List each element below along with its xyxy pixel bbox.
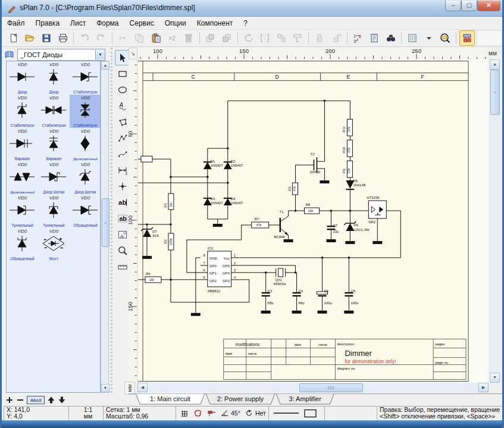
new-document-button[interactable]: [6, 30, 21, 46]
palette-empty-cell[interactable]: [70, 295, 101, 329]
palette-empty-cell[interactable]: [38, 361, 70, 393]
palette-empty-cell[interactable]: [38, 261, 70, 295]
menu-правка[interactable]: Правка: [30, 18, 65, 29]
scroll-left-icon[interactable]: ◀: [137, 383, 148, 392]
add-button[interactable]: [5, 396, 14, 404]
grid-toggle-icon[interactable]: [180, 409, 189, 418]
redo-button[interactable]: [93, 30, 109, 46]
scroll-down-icon[interactable]: ▼: [490, 373, 500, 383]
tab-2-power-supply[interactable]: 2: Power supply: [206, 393, 275, 404]
scroll-up-icon[interactable]: ▲: [490, 60, 500, 70]
maximize-button[interactable]: ▢: [461, 1, 477, 11]
lock-button[interactable]: [312, 30, 327, 46]
chevron-down-icon[interactable]: ▼: [95, 50, 105, 60]
palette-item-vu[interactable]: VD0Варикап: [38, 128, 70, 162]
grid-settings-button[interactable]: [405, 30, 420, 46]
palette-item-bdh[interactable]: VD0Двунаправленный: [7, 161, 39, 195]
vertical-scrollbar[interactable]: ▲ ▼ ≡: [490, 60, 500, 383]
palette-empty-cell[interactable]: [70, 328, 101, 362]
freehand-shape-icon[interactable]: [193, 409, 202, 418]
palette-empty-cell[interactable]: [70, 361, 101, 393]
menu-форма[interactable]: Форма: [91, 18, 124, 29]
menu-опции[interactable]: Опции: [159, 18, 192, 29]
image-tool-icon: [117, 229, 128, 240]
snap-pin-icon[interactable]: [207, 409, 216, 418]
minimize-button[interactable]: –: [445, 1, 461, 11]
palette-item-zbv[interactable]: VD0Стабилитрон: [70, 95, 101, 129]
menu-сервис[interactable]: Сервис: [124, 18, 159, 29]
palette-item-ou[interactable]: VD0Обращенный: [7, 228, 39, 262]
sheet-properties-button[interactable]: [367, 30, 382, 46]
tab-3-amplifier[interactable]: 3: Amplifier: [276, 393, 334, 404]
bring-front-button[interactable]: [203, 30, 218, 46]
horizontal-scrollbar[interactable]: ◀ ▶ ⦀⦀⦀: [137, 383, 489, 392]
renumber-button[interactable]: 123: [350, 30, 365, 46]
palette-empty-cell[interactable]: [7, 361, 39, 393]
open-folder-button[interactable]: [23, 30, 38, 46]
palette-scroll-thumb[interactable]: ≡: [102, 198, 109, 247]
palette-item-dr[interactable]: VD0Диод: [7, 61, 39, 95]
delete-button[interactable]: [181, 30, 196, 46]
vertical-scroll-thumb[interactable]: ≡: [490, 70, 500, 115]
close-button[interactable]: ✕: [477, 1, 500, 11]
send-back-button[interactable]: [219, 30, 234, 46]
unlock-button[interactable]: [328, 30, 344, 46]
palette-item-or[interactable]: VD0Обращенный: [70, 195, 101, 229]
rotate-button[interactable]: [241, 30, 256, 46]
palette-empty-cell[interactable]: [70, 228, 101, 262]
scroll-up-icon[interactable]: ▲: [101, 61, 109, 70]
library-select[interactable]: _ГОСТ Диоды ▼: [17, 49, 105, 61]
palette-item-vr[interactable]: VD0Варикап: [7, 128, 39, 162]
angle-icon[interactable]: [221, 409, 229, 417]
palette-empty-cell[interactable]: [7, 261, 39, 295]
menu-компонент[interactable]: Компонент: [192, 18, 239, 29]
palette-item-du[interactable]: VD0Диод: [38, 61, 70, 95]
print-button[interactable]: [55, 30, 71, 46]
menu-лист[interactable]: Лист: [65, 18, 91, 29]
ruler-corner-box[interactable]: ↘: [129, 48, 137, 60]
search-button[interactable]: [383, 30, 399, 46]
schematic-canvas[interactable]: CDEFD11N5407D21N5407D31N5407D41N5407R11M…: [137, 60, 489, 383]
palette-item-sr[interactable]: VD0Диод Шотки: [38, 161, 70, 195]
palette-item-tr[interactable]: VD0Туннельный: [7, 195, 39, 229]
component-view-button[interactable]: [459, 30, 475, 46]
move-up-button[interactable]: [47, 396, 55, 404]
rotation-icon[interactable]: [245, 409, 253, 417]
cut-button[interactable]: ✂: [115, 30, 131, 46]
scroll-down-icon[interactable]: ▼: [101, 384, 109, 392]
palette-item-zr[interactable]: VD0Стабилитрон: [70, 61, 101, 95]
tab-1-main-circuit[interactable]: 1: Main circuit: [136, 393, 205, 404]
mirror-button[interactable]: [257, 30, 273, 46]
palette-item-zbh[interactable]: VD0Стабилитрон: [38, 95, 70, 129]
duplicate-x2-button[interactable]: ×2: [164, 30, 180, 46]
palette-item-zu[interactable]: VD0Стабилитрон: [7, 95, 39, 129]
abcd-button[interactable]: Abcd: [27, 396, 45, 404]
palette-scrollbar[interactable]: ▲ ▼ ≡: [101, 61, 109, 393]
remove-button[interactable]: [16, 396, 24, 404]
palette-empty-cell[interactable]: [7, 295, 39, 329]
line-style-preview[interactable]: [268, 406, 331, 420]
title-bar[interactable]: sPlan 7.0 - [C:\Program Files\Splan70\Fi…: [2, 0, 502, 17]
move-down-button[interactable]: [58, 396, 66, 404]
palette-item-br[interactable]: VD0~~+−Мост: [38, 228, 70, 262]
horizontal-scroll-thumb[interactable]: ⦀⦀⦀: [299, 383, 363, 392]
scroll-right-icon[interactable]: ▶: [478, 383, 489, 392]
undo-button[interactable]: [77, 30, 92, 46]
palette-empty-cell[interactable]: [38, 328, 70, 362]
zoom-window-button[interactable]: [438, 30, 453, 46]
palette-empty-cell[interactable]: [38, 295, 70, 329]
copy-button[interactable]: [132, 30, 147, 46]
save-button[interactable]: [39, 30, 54, 46]
menu-файл[interactable]: Файл: [2, 18, 30, 29]
align-button[interactable]: [274, 30, 289, 46]
grid-caret-button[interactable]: [421, 30, 437, 46]
palette-empty-cell[interactable]: [70, 261, 101, 295]
palette-item-su[interactable]: VD0Диод Шотки: [70, 161, 101, 195]
component-symbol-icon: [8, 168, 36, 185]
palette-empty-cell[interactable]: [7, 328, 39, 362]
menu-?[interactable]: ?: [238, 18, 253, 29]
palette-item-tu[interactable]: VD0Туннельный: [38, 195, 70, 229]
flip-button[interactable]: [290, 30, 306, 46]
palette-item-bdv[interactable]: VD0Двунаправленный: [70, 128, 101, 162]
paste-button[interactable]: [148, 30, 164, 46]
